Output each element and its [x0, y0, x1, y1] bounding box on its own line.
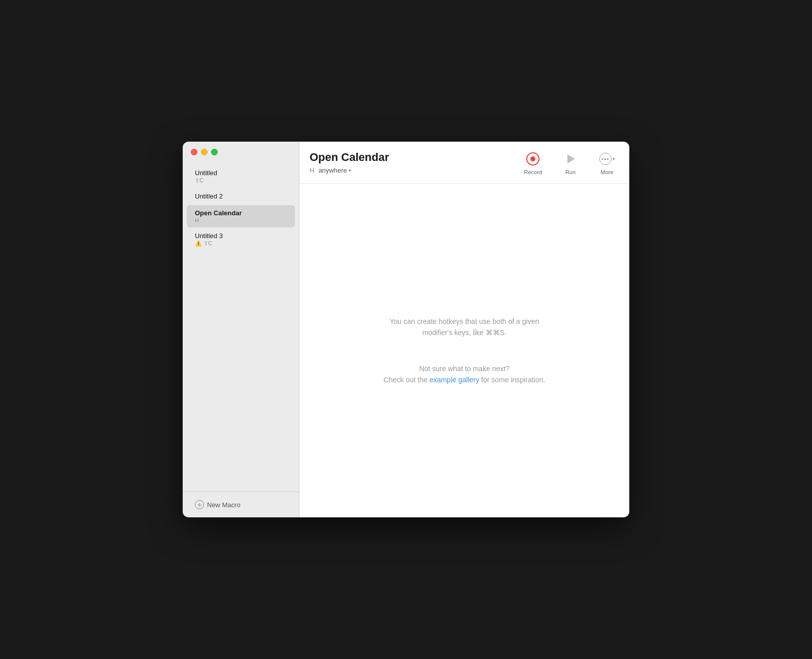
suggestion-text: Not sure what to make next? Check out th… [384, 363, 545, 386]
toolbar-left: Open Calendar H anywhere ▾ [310, 151, 512, 175]
main-content: Open Calendar H anywhere ▾ [299, 142, 629, 517]
macro-item-untitled3[interactable]: Untitled 3 ⚠️ ⇧C [187, 228, 295, 251]
record-label: Record [524, 169, 542, 175]
macro-item-shortcut: ⇧C [195, 177, 287, 184]
suggestion-line1: Not sure what to make next? [384, 363, 545, 374]
macro-item-shortcut: ⚠️ ⇧C [195, 240, 287, 247]
plus-circle-icon: + [195, 500, 204, 509]
suggestion-suffix: for some inspiration. [479, 376, 545, 384]
dot-3 [607, 158, 608, 160]
dot-1 [602, 158, 603, 160]
sidebar-footer: + New Macro [183, 491, 299, 517]
trigger-value: anywhere [318, 167, 347, 174]
toolbar-right: Record Run [520, 149, 619, 177]
more-button[interactable]: ▾ More [595, 149, 619, 177]
hint-text: You can create hotkeys that use both of … [390, 316, 539, 339]
trigger-row: H anywhere ▾ [310, 166, 512, 175]
example-gallery-link[interactable]: example gallery [429, 376, 479, 384]
macro-item-name: Open Calendar [195, 209, 287, 217]
trigger-prefix-label: H [310, 167, 314, 174]
suggestion-line2: Check out the example gallery for some i… [384, 374, 545, 385]
run-label: Run [565, 169, 576, 175]
play-triangle [567, 154, 575, 163]
new-macro-button[interactable]: + New Macro [191, 498, 291, 511]
macro-title: Open Calendar [310, 151, 512, 164]
run-play-icon [564, 152, 577, 166]
more-dots-icon [599, 153, 612, 165]
macro-item-name: Untitled [195, 169, 287, 177]
new-macro-label: New Macro [207, 501, 241, 509]
macro-item-shortcut: H [195, 217, 287, 223]
run-icon-container [562, 151, 579, 167]
app-window: Untitled ⇧C Untitled 2 Open Calendar H U… [183, 142, 629, 517]
record-dot [530, 156, 535, 161]
hint-line1: You can create hotkeys that use both of … [390, 317, 539, 325]
more-label: More [600, 169, 613, 175]
record-circle-icon [526, 152, 539, 166]
record-button[interactable]: Record [520, 149, 546, 177]
minimize-button[interactable] [201, 149, 208, 155]
more-icon-container: ▾ [599, 151, 615, 167]
more-chevron-icon: ▾ [613, 156, 615, 161]
traffic-lights [183, 142, 299, 160]
macro-list: Untitled ⇧C Untitled 2 Open Calendar H U… [183, 160, 299, 491]
suggestion-prefix: Check out the [384, 376, 429, 384]
toolbar: Open Calendar H anywhere ▾ [299, 142, 629, 184]
macro-item-untitled2[interactable]: Untitled 2 [187, 188, 295, 205]
hint-line2: modifier's keys, like ⌘⌘S. [422, 328, 506, 337]
macro-item-name: Untitled 2 [195, 192, 287, 200]
content-area: You can create hotkeys that use both of … [299, 184, 629, 517]
dot-2 [604, 158, 606, 160]
chevron-down-icon: ▾ [349, 168, 351, 173]
sidebar: Untitled ⇧C Untitled 2 Open Calendar H U… [183, 142, 299, 517]
macro-item-untitled[interactable]: Untitled ⇧C [187, 165, 295, 188]
close-button[interactable] [191, 149, 197, 155]
run-button[interactable]: Run [558, 149, 583, 177]
trigger-dropdown[interactable]: anywhere ▾ [316, 166, 353, 175]
macro-item-open-calendar[interactable]: Open Calendar H [187, 205, 295, 227]
macro-item-name: Untitled 3 [195, 232, 287, 240]
maximize-button[interactable] [211, 149, 218, 155]
record-icon-container [525, 151, 541, 167]
